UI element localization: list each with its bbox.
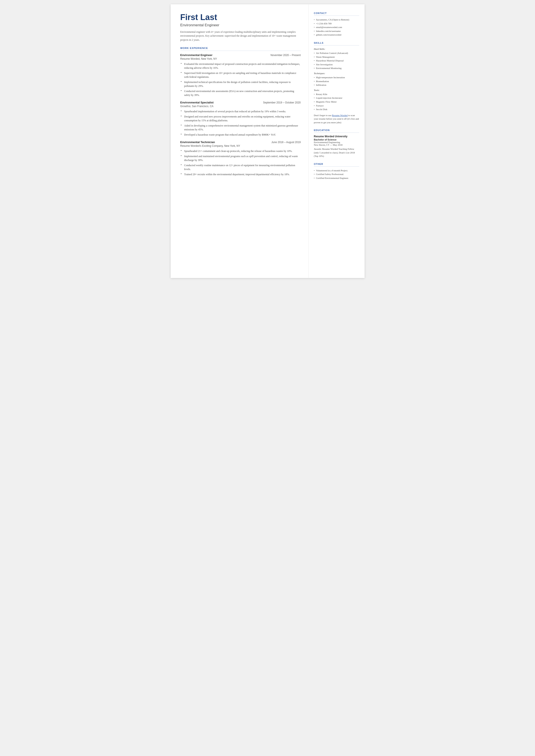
job-entry-3: Environmental Technician June 2018 – Aug… (180, 141, 301, 176)
skills-category-tools: Tools: (314, 89, 359, 91)
resume-page: First Last Environmental Engineer Enviro… (171, 4, 365, 278)
job-title-3: Environmental Technician (180, 141, 215, 144)
bullet-1-3: Implemented technical specifications for… (180, 80, 301, 88)
other-section-title: OTHER (314, 163, 359, 167)
promo-link[interactable]: Resume Worded (332, 114, 348, 117)
promo-before: Don't forget to use (314, 114, 332, 117)
job-company-2: Growthsi, San Francisco, CA (180, 105, 301, 108)
hard-skill-2: Hazardous Material Disposal (314, 59, 359, 63)
other-item-0: Volunteered in a 6-month Project. (314, 169, 359, 173)
contact-item-0: Sacramento, CA (Open to Remote) (314, 18, 359, 22)
bullet-2-4: Developed a hazardous waste program that… (180, 133, 301, 137)
technique-0: High-temperature Incineration (314, 76, 359, 79)
bullet-3-4: Trained 20+ recruits within the environm… (180, 172, 301, 176)
bullet-3-2: Implemented and maintained environmental… (180, 154, 301, 162)
bullet-2-3: Aided in developing a comprehensive envi… (180, 124, 301, 131)
bullet-1-4: Conducted environmental site assessments… (180, 89, 301, 97)
full-name: First Last (180, 13, 301, 22)
hard-skills-list: Air Pollution Control (Advanced) Waste M… (314, 51, 359, 70)
edu-school: Resume Worded University (314, 135, 359, 138)
job-entry-1: Environmental Engineer November 2020 – P… (180, 53, 301, 97)
job-dates-3: June 2018 – August 2019 (271, 141, 300, 144)
education-section-title: EDUCATION (314, 129, 359, 133)
job-company-3: Resume Worded's Exciting Company, New Yo… (180, 144, 301, 147)
bullet-2-1: Spearheaded implementation of several pr… (180, 109, 301, 113)
contact-section-title: CONTACT (314, 12, 359, 16)
bullet-1-2: Supervised field investigation on 10+ pr… (180, 71, 301, 79)
contact-item-4: github.com/resumeworded (314, 33, 359, 37)
education-section: Resume Worded University Bachelor of Sci… (314, 135, 359, 158)
job-title-header: Environmental Engineer (180, 23, 301, 27)
skills-section: Hard Skills: Air Pollution Control (Adva… (314, 48, 359, 124)
tool-2: Magnetic Flow Meter (314, 100, 359, 104)
job-bullets-3: Spearheaded 21+ containment and clean-up… (180, 149, 301, 176)
tool-4: Secchi Disk (314, 107, 359, 111)
bullet-1-1: Evaluated the environmental impact of pr… (180, 62, 301, 70)
skills-section-title: SKILLS (314, 42, 359, 45)
tools-list: Rotary Kiln Liquid-injection Incinerator… (314, 93, 359, 111)
bullet-2-2: Designed and executed new process improv… (180, 115, 301, 123)
job-title-2: Environmental Specialist (180, 101, 214, 104)
edu-awards: Awards: Resume Worded Teaching Fellow (o… (314, 147, 359, 158)
contact-item-3: linkedin.com/in/username (314, 29, 359, 33)
job-bullets-1: Evaluated the environmental impact of pr… (180, 62, 301, 97)
tool-0: Rotary Kiln (314, 93, 359, 96)
job-dates-2: September 2019 – October 2020 (263, 101, 301, 104)
job-title-1: Environmental Engineer (180, 53, 213, 57)
right-column: CONTACT Sacramento, CA (Open to Remote) … (309, 4, 365, 278)
edu-location: New Haven, CT — May 2018 (314, 144, 359, 146)
tool-1: Liquid-injection Incinerator (314, 96, 359, 100)
hard-skill-3: Site Investigation (314, 63, 359, 67)
technique-2: Infiltration (314, 83, 359, 87)
left-column: First Last Environmental Engineer Enviro… (171, 4, 309, 278)
job-header-3: Environmental Technician June 2018 – Aug… (180, 141, 301, 144)
other-item-2: Certified Environmental Engineer. (314, 176, 359, 180)
tool-3: Furnace (314, 104, 359, 108)
job-bullets-2: Spearheaded implementation of several pr… (180, 109, 301, 137)
edu-field: Environmental Engineering (314, 141, 359, 144)
bullet-3-3: Conducted weekly routine maintenance on … (180, 163, 301, 171)
contact-item-1: +1-234-456-789 (314, 22, 359, 26)
techniques-list: High-temperature Incineration Biomediati… (314, 76, 359, 87)
job-entry-2: Environmental Specialist September 2019 … (180, 101, 301, 137)
job-header-2: Environmental Specialist September 2019 … (180, 101, 301, 104)
skills-category-techniques: Techniques: (314, 72, 359, 74)
other-item-1: Certified Safety Professional. (314, 172, 359, 176)
contact-item-2: email@resumeworded.com (314, 25, 359, 29)
contact-list: Sacramento, CA (Open to Remote) +1-234-4… (314, 18, 359, 37)
summary-text: Environmental engineer with 4+ years of … (180, 30, 301, 42)
job-company-1: Resume Worded, New York, NY (180, 57, 301, 60)
edu-degree: Bachelor of Science (314, 138, 359, 141)
skills-category-hard: Hard Skills: (314, 48, 359, 50)
technique-1: Biomediation (314, 79, 359, 83)
promo-paragraph: Don't forget to use Resume Worded to sca… (314, 114, 359, 124)
other-list: Volunteered in a 6-month Project. Certif… (314, 169, 359, 180)
hard-skill-4: Environmental Monitoring. (314, 66, 359, 70)
work-experience-section-title: WORK EXPERIENCE (180, 47, 301, 51)
hard-skill-0: Air Pollution Control (Advanced) (314, 51, 359, 55)
hard-skill-1: Waste Management (314, 55, 359, 59)
job-dates-1: November 2020 – Present (270, 54, 300, 57)
bullet-3-1: Spearheaded 21+ containment and clean-up… (180, 149, 301, 153)
job-header-1: Environmental Engineer November 2020 – P… (180, 53, 301, 57)
